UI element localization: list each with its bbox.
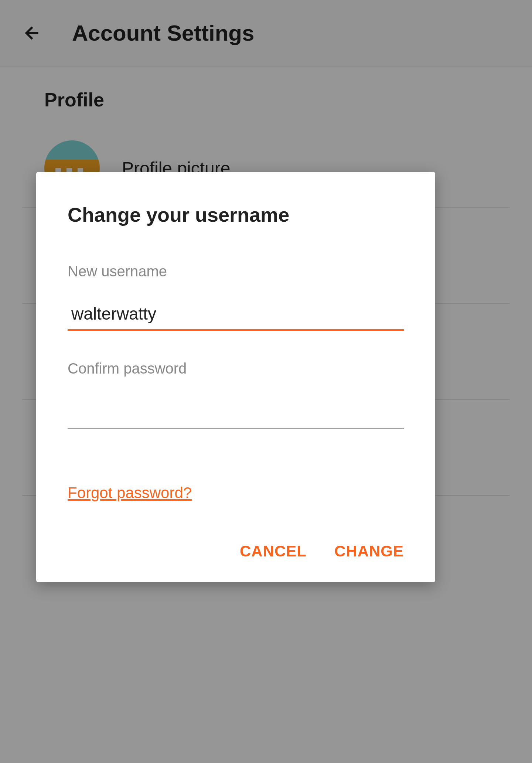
forgot-password-link[interactable]: Forgot password? [68,484,192,502]
dialog-button-row: CANCEL CHANGE [68,542,404,560]
change-username-dialog: Change your username New username Confir… [36,172,435,582]
password-field-group: Confirm password [68,360,404,458]
username-field-group: New username [68,263,404,353]
confirm-password-input[interactable] [68,395,404,429]
dialog-title: Change your username [68,203,404,226]
new-username-label: New username [68,263,404,280]
new-username-input[interactable] [68,298,404,331]
change-button[interactable]: CHANGE [334,542,404,560]
confirm-password-label: Confirm password [68,360,404,377]
cancel-button[interactable]: CANCEL [240,542,307,560]
